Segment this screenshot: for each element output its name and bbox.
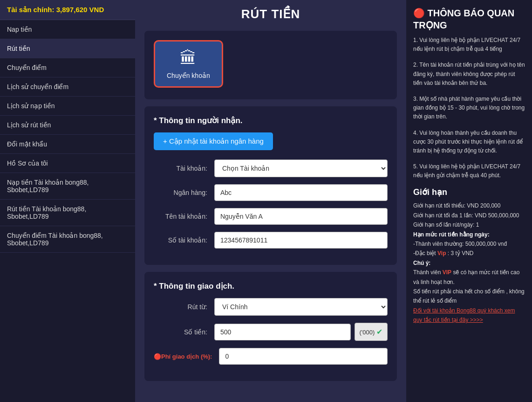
note1-text: Thành viên VIP sẽ có hạn mức rút tiền ca… xyxy=(413,268,525,287)
bank-row: Ngân hàng: xyxy=(154,184,388,201)
account-row: Tài khoản: Chọn Tài khoản xyxy=(154,159,388,177)
notice-item-2: 2. Tên tài khoản rút tiền phải trùng với… xyxy=(413,61,525,88)
chuyen-khoan-btn[interactable]: 🏛 Chuyển khoản xyxy=(154,40,223,88)
account-label: Tài khoản: xyxy=(154,165,214,172)
normal-limit: -Thành viên thường: 500,000,000 vnđ xyxy=(413,239,525,249)
amount-suffix: ('000) ✔ xyxy=(355,323,388,341)
sidebar-item-chuyen-diem-bong88[interactable]: Chuyển điểm Tài khoản bong88, Sbobet,LD7… xyxy=(0,226,135,253)
amount-input-group: ('000) ✔ xyxy=(214,323,388,341)
withdraw-from-row: Rút từ: Ví Chính xyxy=(154,298,388,316)
withdraw-from-select[interactable]: Ví Chính xyxy=(214,298,388,316)
withdraw-from-label: Rút từ: xyxy=(154,303,214,311)
payment-method-card: 🏛 Chuyển khoản xyxy=(144,31,397,99)
main-content: RÚT TIỀN 🏛 Chuyển khoản * Thông tin ngườ… xyxy=(135,0,406,402)
right-panel: 🔴 THÔNG BÁO QUAN TRỌNG 1. Vui lòng liên … xyxy=(406,0,532,402)
bank-icon: 🏛 xyxy=(180,49,197,68)
transaction-section-title: * Thông tin giao dịch. xyxy=(154,281,388,291)
account-number-row: Số tài khoản: xyxy=(154,232,388,249)
notice-title: 🔴 THÔNG BÁO QUAN TRỌNG xyxy=(413,7,525,31)
sidebar-item-rut-tien-bong88[interactable]: Rút tiền Tài khoản bong88, Sbobet,LD789 xyxy=(0,200,135,226)
payment-method-container: 🏛 Chuyển khoản xyxy=(154,40,388,88)
notice-item-5: 5. Vui lòng liên hệ bộ phận LIVECHAT 24/… xyxy=(413,162,525,180)
update-bank-button[interactable]: + Cập nhật tài khoản ngân hàng xyxy=(154,132,273,150)
transaction-info-card: * Thông tin giao dịch. Rút từ: Ví Chính … xyxy=(144,272,397,381)
recipient-section-title: * Thông tin người nhận. xyxy=(154,116,388,125)
fee-label: 🔴Phí giao dịch (%): xyxy=(154,353,219,360)
limit-max: Giới hạn rút tối đa 1 lần: VND 500,000,0… xyxy=(413,211,525,230)
limit-title: Giới hạn xyxy=(413,187,525,197)
notice-item-4: 4. Vui lòng hoàn thành yêu cầu doanh thu… xyxy=(413,129,525,156)
account-name-row: Tên tài khoản: xyxy=(154,208,388,225)
vip-badge: Vip xyxy=(437,250,446,256)
amount-row: Số tiền: ('000) ✔ xyxy=(154,323,388,341)
fee-input[interactable] xyxy=(219,348,388,365)
sidebar: Tài sản chính: 3,897,620 VND Nap tiền Rú… xyxy=(0,0,135,402)
notice-item-1: 1. Vui lòng liên hệ bộ phận LIVECHAT 24/… xyxy=(413,36,525,54)
sidebar-item-lich-su-rut-tien[interactable]: Lịch sử rút tiền xyxy=(0,116,135,135)
fee-row: 🔴Phí giao dịch (%): xyxy=(154,348,388,365)
bank-label: Ngân hàng: xyxy=(154,189,214,196)
bank-input[interactable] xyxy=(214,184,388,201)
account-number-label: Số tài khoản: xyxy=(154,236,214,244)
sidebar-item-ho-so[interactable]: Hồ Sơ của tôi xyxy=(0,154,135,173)
account-name-input[interactable] xyxy=(214,208,388,225)
notice-item-3: 3. Một số nhà phát hành game yêu cầu thờ… xyxy=(413,95,525,122)
sidebar-header: Tài sản chính: 3,897,620 VND xyxy=(0,0,135,20)
daily-limit-title: Hạn mức rút tiền hằng ngày: xyxy=(413,230,525,239)
sidebar-item-nap-tien[interactable]: Nap tiền xyxy=(0,20,135,39)
page-title: RÚT TIỀN xyxy=(144,0,397,31)
limit-min: Giới hạn rút tối thiểu: VND 200,000 xyxy=(413,201,525,210)
note-title: Chú ý: xyxy=(413,258,525,268)
sidebar-item-lich-su-chuyen-diem[interactable]: Lịch sử chuyển điểm xyxy=(0,77,135,97)
amount-label: Số tiền: xyxy=(154,328,214,336)
vip-label: VIP xyxy=(443,269,451,276)
recipient-info-card: * Thông tin người nhận. + Cập nhật tài k… xyxy=(144,106,397,265)
account-select[interactable]: Chọn Tài khoản xyxy=(214,159,388,177)
vip-limit: -Đặc biệt Vip : 3 tỷ VND xyxy=(413,249,525,258)
sidebar-item-chuyen-diem[interactable]: Chuyển điểm xyxy=(0,58,135,77)
sidebar-item-nap-tien-bong88[interactable]: Nạp tiền Tài khoản bong88, Sbobet,LD789 xyxy=(0,173,135,200)
account-name-label: Tên tài khoản: xyxy=(154,213,214,220)
bong88-link[interactable]: Đối với tài khoản Bong88 quý khách xem q… xyxy=(413,306,525,325)
sidebar-item-rut-tien[interactable]: Rút tiền xyxy=(0,39,135,58)
sidebar-item-lich-su-nap-tien[interactable]: Lịch sử nạp tiền xyxy=(0,97,135,116)
amount-input[interactable] xyxy=(214,324,351,340)
method-label: Chuyển khoản xyxy=(167,72,210,79)
note2-text: Số tiền rút phải chia hết cho số điểm , … xyxy=(413,287,525,306)
checkmark-icon: ✔ xyxy=(376,328,382,336)
account-number-input[interactable] xyxy=(214,232,388,249)
sidebar-item-doi-mat-khau[interactable]: Đổi mật khẩu xyxy=(0,135,135,154)
